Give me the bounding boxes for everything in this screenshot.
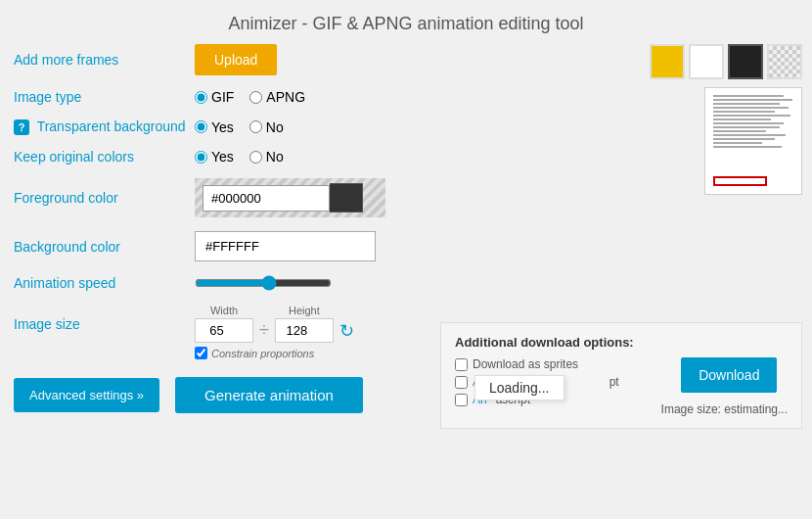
preview-red-box xyxy=(713,176,767,186)
width-label: Width xyxy=(210,305,238,316)
image-size-label: Image size xyxy=(14,316,195,332)
keep-colors-no-radio[interactable] xyxy=(249,151,262,164)
image-type-options: GIF APNG xyxy=(195,89,305,105)
foreground-color-input[interactable] xyxy=(203,185,330,212)
preview-line xyxy=(713,126,780,128)
refresh-icon[interactable]: ↻ xyxy=(339,320,354,342)
image-size-info: Image size: estimating... xyxy=(661,402,788,416)
transparent-yes-radio[interactable] xyxy=(195,120,207,133)
image-type-apng-option[interactable]: APNG xyxy=(249,89,305,105)
transparent-bg-row: ? Transparent background Yes No xyxy=(10,118,421,135)
image-size-label: Image size: xyxy=(661,402,721,416)
generate-animation-button[interactable]: Generate animation xyxy=(175,377,363,413)
preview-line xyxy=(713,146,782,148)
background-color-row: Background color xyxy=(10,231,421,261)
add-frames-row: Add more frames Upload xyxy=(10,44,421,75)
image-type-row: Image type GIF APNG xyxy=(10,89,421,105)
help-icon[interactable]: ? xyxy=(14,119,29,135)
foreground-color-row: Foreground color xyxy=(10,178,421,217)
preview-line xyxy=(713,103,780,105)
thumb-black[interactable] xyxy=(728,44,763,79)
image-type-label: Image type xyxy=(14,89,195,105)
transparent-bg-options: Yes No xyxy=(195,119,284,135)
height-group: Height xyxy=(275,305,334,343)
download-panel: Additional download options: Download as… xyxy=(440,322,802,429)
transparent-bg-label: Transparent background xyxy=(37,118,186,134)
keep-colors-yes-option[interactable]: Yes xyxy=(195,149,234,165)
keep-colors-yes-label: Yes xyxy=(211,149,234,165)
foreground-color-swatch[interactable] xyxy=(330,183,363,212)
keep-colors-no-option[interactable]: No xyxy=(249,149,284,165)
download-sprites-checkbox[interactable] xyxy=(455,358,468,371)
left-panel: Add more frames Upload Image type GIF AP… xyxy=(10,44,421,429)
download-button[interactable]: Download xyxy=(681,357,777,393)
download-option2-checkbox[interactable] xyxy=(455,376,468,389)
thumb-white[interactable] xyxy=(689,44,724,79)
preview-line xyxy=(713,134,786,136)
preview-lines xyxy=(705,88,801,194)
background-color-input[interactable] xyxy=(195,231,376,261)
preview-thumbnails xyxy=(440,44,802,79)
download-option2-suffix: pt xyxy=(609,375,619,389)
preview-line xyxy=(713,122,784,124)
preview-line xyxy=(713,142,762,144)
animation-speed-label: Animation speed xyxy=(14,275,195,291)
transparent-yes-label: Yes xyxy=(211,119,234,135)
foreground-color-label: Foreground color xyxy=(14,190,195,206)
preview-line xyxy=(713,115,790,117)
preview-line xyxy=(713,95,784,97)
loading-overlay: Loading... xyxy=(474,375,564,401)
download-sprites-row: Download as sprites xyxy=(455,357,661,371)
height-input[interactable] xyxy=(275,318,334,343)
keep-colors-row: Keep original colors Yes No xyxy=(10,149,421,165)
thumb-checker[interactable] xyxy=(767,44,802,79)
keep-colors-yes-radio[interactable] xyxy=(195,151,207,164)
image-size-value: estimating... xyxy=(724,402,788,416)
constrain-checkbox[interactable] xyxy=(195,347,207,359)
keep-colors-no-label: No xyxy=(266,149,284,165)
download-option2-row: An Loading... pt xyxy=(455,375,661,389)
page-title: Animizer - GIF & APNG animation editing … xyxy=(0,0,812,44)
gif-label: GIF xyxy=(211,89,234,105)
preview-line xyxy=(713,111,775,113)
image-type-gif-option[interactable]: GIF xyxy=(195,89,234,105)
image-type-gif-radio[interactable] xyxy=(195,91,207,104)
thumb-yellow[interactable] xyxy=(650,44,685,79)
size-divider: ÷ xyxy=(259,320,269,341)
download-checkboxes: Download as sprites An Loading... pt An xyxy=(455,357,661,410)
image-type-apng-radio[interactable] xyxy=(249,91,262,104)
preview-line xyxy=(713,118,771,120)
keep-colors-label: Keep original colors xyxy=(14,149,195,165)
width-input[interactable] xyxy=(195,318,253,343)
transparent-bg-label-wrapper: ? Transparent background xyxy=(14,118,195,135)
preview-line xyxy=(713,99,792,101)
bottom-buttons: Advanced settings » Generate animation xyxy=(10,377,421,413)
size-inputs: Width ÷ Height ↻ xyxy=(195,305,354,343)
transparent-no-option[interactable]: No xyxy=(249,119,284,135)
advanced-settings-button[interactable]: Advanced settings » xyxy=(14,378,159,412)
animation-speed-row: Animation speed xyxy=(10,275,421,291)
image-size-row: Image size Width ÷ Height ↻ Constrain xyxy=(10,305,421,359)
preview-line xyxy=(713,138,775,140)
background-color-label: Background color xyxy=(14,239,195,255)
animation-preview xyxy=(704,87,802,195)
foreground-color-wrapper xyxy=(195,178,385,217)
preview-line xyxy=(713,130,766,132)
upload-button[interactable]: Upload xyxy=(195,44,277,75)
constrain-label: Constrain proportions xyxy=(211,348,314,359)
download-right: Download Image size: estimating... xyxy=(661,357,788,416)
preview-line xyxy=(713,107,789,109)
download-panel-title: Additional download options: xyxy=(455,335,788,350)
transparent-no-radio[interactable] xyxy=(249,120,262,133)
preview-area xyxy=(440,87,802,195)
download-option3-checkbox[interactable] xyxy=(455,394,468,406)
transparent-yes-option[interactable]: Yes xyxy=(195,119,234,135)
right-panel: Additional download options: Download as… xyxy=(421,44,802,429)
download-options: Download as sprites An Loading... pt An xyxy=(455,357,788,416)
apng-label: APNG xyxy=(266,89,305,105)
loading-text: Loading... xyxy=(489,380,550,396)
width-group: Width xyxy=(195,305,253,343)
keep-colors-options: Yes No xyxy=(195,149,284,165)
add-frames-label: Add more frames xyxy=(14,52,195,68)
animation-speed-slider[interactable] xyxy=(195,275,332,291)
